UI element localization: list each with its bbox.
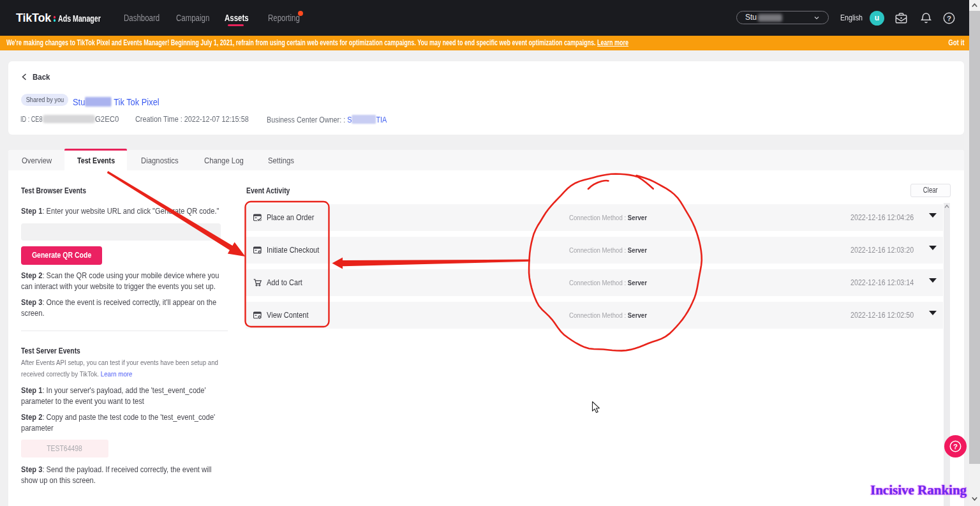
svg-text:?: ?	[946, 15, 951, 22]
svg-text:?: ?	[953, 443, 958, 450]
